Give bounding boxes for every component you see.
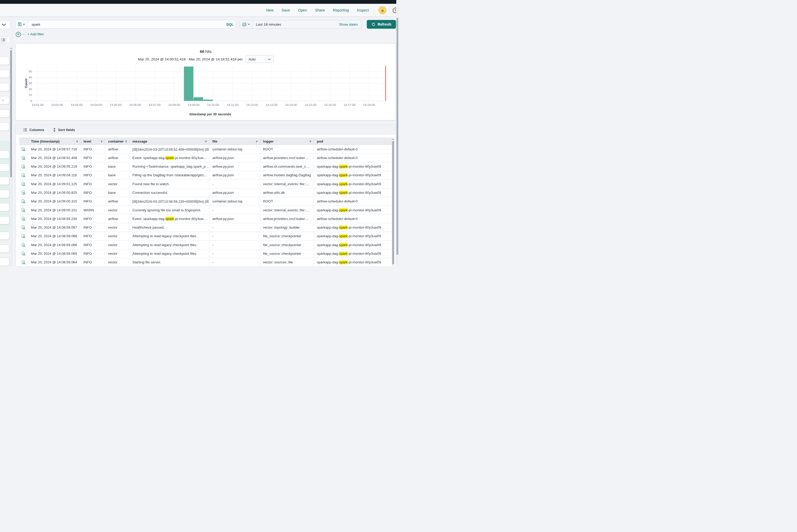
expand-cell	[19, 258, 28, 266]
inspect-document-icon[interactable]	[21, 208, 26, 212]
inspect-document-icon[interactable]	[21, 190, 26, 195]
chevron-down-icon[interactable]: ∨	[309, 140, 311, 143]
container-cell: vector	[105, 249, 129, 258]
table-scroll-up-arrow[interactable]	[392, 139, 394, 140]
table-scrollbar-thumb[interactable]	[392, 141, 394, 264]
field-card[interactable]	[0, 110, 9, 117]
level-cell: WARN	[80, 206, 105, 214]
inspect-document-icon[interactable]	[21, 164, 26, 169]
level-cell: INFO	[80, 197, 105, 206]
pod-cell: airflow-scheduler-default-0	[314, 214, 392, 223]
nav-item-share[interactable]: Share	[315, 8, 325, 12]
nav-item-save[interactable]: Save	[281, 8, 290, 12]
nav-item-reporting[interactable]: Reporting	[333, 8, 349, 12]
inspect-document-icon[interactable]	[21, 147, 26, 151]
show-dates-link[interactable]: Show dates	[339, 22, 362, 26]
field-card[interactable]	[0, 190, 9, 198]
nav-item-new[interactable]: New	[266, 8, 274, 12]
file-cell: -	[209, 223, 260, 232]
container-cell: vector	[105, 223, 129, 232]
avatar[interactable]: a	[378, 6, 387, 14]
filter-menu-icon[interactable]	[16, 32, 21, 38]
saved-query-menu-button[interactable]	[16, 20, 27, 28]
column-header-file[interactable]: file∨	[209, 138, 260, 145]
column-header-time[interactable]: Time (timestamp)∨	[28, 138, 80, 145]
field-card[interactable]	[0, 177, 9, 185]
inspect-document-icon[interactable]	[21, 234, 26, 239]
inspect-document-icon[interactable]	[21, 156, 26, 160]
pod-cell: sparkapp-dag-spark-pi-monitor-80y3uw09	[314, 232, 392, 240]
calendar-menu-button[interactable]	[240, 20, 253, 28]
sidebar-scroll-up-arrow[interactable]	[10, 48, 12, 49]
chevron-down-icon[interactable]: ∨	[76, 140, 78, 143]
column-header-container[interactable]: container∨	[105, 138, 129, 145]
message-cell: Starting file server.	[129, 258, 209, 266]
inspect-document-icon[interactable]	[21, 199, 26, 204]
sidebar-collapse-button[interactable]	[0, 20, 10, 29]
field-card[interactable]	[0, 57, 9, 64]
x-axis-tick: 14:08:00	[165, 103, 183, 107]
column-header-level[interactable]: level∨	[80, 138, 105, 145]
histogram-bar[interactable]	[203, 100, 213, 101]
histogram-bar[interactable]	[184, 67, 193, 101]
inspect-document-icon[interactable]	[21, 182, 26, 186]
logger-cell: airflow.providers.cncf.kuber…	[260, 214, 314, 223]
inspect-document-icon[interactable]	[21, 173, 26, 177]
time-cell: Mar 20, 2024 @ 14:08:59.064	[28, 258, 80, 266]
column-header-message[interactable]: message∨	[129, 138, 209, 145]
inspect-document-icon[interactable]	[21, 243, 26, 247]
inspect-document-icon[interactable]	[21, 216, 26, 221]
field-card[interactable]	[0, 164, 9, 172]
query-language-button[interactable]: DQL	[224, 20, 236, 28]
time-range-value[interactable]: Last 18 minutes	[253, 22, 339, 26]
chevron-down-icon[interactable]: ∨	[256, 140, 258, 143]
file-cell: -	[209, 241, 260, 249]
sort-fields-button[interactable]: Sort fields	[53, 128, 75, 132]
x-axis-tick: 14:01:00	[29, 103, 47, 107]
field-card[interactable]	[0, 232, 9, 240]
column-header-pod[interactable]: pod	[314, 138, 392, 145]
columns-button[interactable]: Columns	[23, 128, 44, 132]
x-axis-tick: 14:09:00	[185, 103, 203, 107]
file-cell: container.stdout.log	[209, 145, 260, 153]
field-card[interactable]	[0, 151, 9, 158]
file-cell: -	[209, 206, 260, 214]
field-card[interactable]	[0, 258, 9, 266]
column-header-label: message	[132, 139, 147, 143]
histogram-bar[interactable]	[193, 97, 203, 101]
column-header-label: logger	[263, 139, 274, 143]
field-card[interactable]	[0, 216, 9, 224]
x-axis-tick: 14:12:00	[243, 103, 261, 107]
field-card[interactable]	[0, 123, 9, 131]
table-row: Mar 20, 2024 @ 14:09:00.101WARNvectorCur…	[19, 206, 392, 214]
add-filter-link[interactable]: + Add filter	[27, 32, 44, 36]
inspect-document-icon[interactable]	[21, 225, 26, 230]
level-cell: INFO	[80, 180, 105, 188]
sidebar-scrollbar-thumb[interactable]	[10, 50, 12, 177]
field-card[interactable]	[0, 83, 9, 91]
expand-cell	[19, 206, 28, 214]
field-card[interactable]	[0, 70, 9, 78]
page-scrollbar-thumb[interactable]	[396, 18, 398, 255]
field-card[interactable]	[0, 245, 9, 253]
field-card[interactable]	[0, 203, 9, 211]
nav-item-inspect[interactable]: Inspect	[357, 8, 369, 12]
chevron-down-icon[interactable]: ∨	[205, 140, 207, 143]
inspect-document-icon[interactable]	[21, 260, 26, 265]
file-cell: container.stdout.log	[209, 197, 260, 206]
column-header-logger[interactable]: logger∨	[260, 138, 314, 145]
chevron-down-icon[interactable]: ∨	[125, 140, 127, 143]
remove-field-icon[interactable]: ✕	[1, 98, 4, 102]
field-card[interactable]: ✕	[0, 96, 9, 104]
pod-cell: airflow-scheduler-default-0	[314, 145, 392, 153]
refresh-button[interactable]: Refresh	[367, 20, 396, 28]
nav-item-open[interactable]: Open	[298, 8, 307, 12]
level-cell: INFO	[80, 223, 105, 232]
message-cell: [☒[34m2024-03-20T13:09:52.408+0000☒[0m] …	[129, 145, 209, 153]
logger-cell: file_source::checkpointer	[260, 241, 314, 249]
inspect-document-icon[interactable]	[21, 251, 26, 256]
search-input[interactable]	[27, 20, 224, 28]
chevron-down-icon[interactable]: ∨	[101, 140, 103, 143]
time-cell: Mar 20, 2024 @ 14:09:05.219	[28, 163, 80, 171]
file-cell: -	[209, 249, 260, 258]
